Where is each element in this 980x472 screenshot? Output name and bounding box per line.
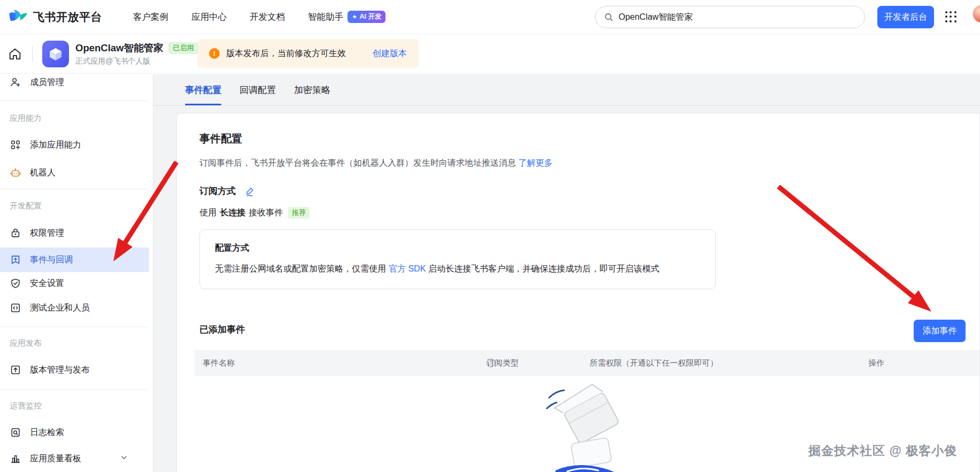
sidebar-item-label: 添加应用能力 [30,140,81,151]
logo-text: 飞书开放平台 [33,10,102,25]
sidebar-item-label: 日志检索 [30,427,64,438]
sidebar-item-label: 权限管理 [30,228,64,239]
enabled-status-badge: 已启用 [168,42,198,54]
sidebar-item-version-release[interactable]: 版本管理与发布 [0,358,149,382]
sidebar-section-app-capability: 应用能力 [10,113,42,123]
sidebar-item-permissions[interactable]: 权限管理 [0,221,149,245]
nav-link-ai-assistant[interactable]: 智能助手 [308,11,343,23]
recommend-badge: 推荐 [288,207,310,219]
app-grid-icon[interactable] [945,11,957,23]
sidebar-item-label: 应用质量看板 [30,453,81,465]
tab-bar: 事件配置 回调配置 加密策略 [153,74,980,106]
subscribe-mode-title: 订阅方式 [199,185,236,197]
app-icon [42,41,69,67]
nav-links: 客户案例 应用中心 开发文档 智能助手 ✦AI 开发 [133,11,385,23]
edit-pencil-icon[interactable] [244,186,255,197]
sidebar-divider [0,100,148,101]
events-table-header: 事件名称 订阅类型 ? 所需权限（开通以下任一权限即可） 操作 [195,350,979,376]
page-description: 订阅事件后，飞书开放平台将会在事件（如机器人入群）发生时向请求地址推送消息 了解… [199,158,979,169]
col-event-name: 事件名称 [203,358,235,368]
warning-icon: ! [209,48,220,59]
user-avatar[interactable] [973,5,980,23]
config-method-text: 无需注册公网域名或配置加密策略，仅需使用官方 SDK启动长连接飞书客户端，并确保… [215,264,700,275]
cube-icon [48,46,64,62]
sidebar-item-members[interactable]: 成员管理 [0,74,149,95]
feishu-logo-icon [9,9,28,26]
header-divider [32,46,33,62]
col-required-permissions: 所需权限（开通以下任一权限即可） [590,358,718,368]
robot-icon [10,167,21,179]
sidebar-item-label: 事件与回调 [30,254,73,266]
page-title: 事件配置 [199,131,979,146]
top-nav: 飞书开放平台 客户案例 应用中心 开发文档 智能助手 ✦AI 开发 开发者后台 [0,0,980,34]
code-icon [10,302,21,314]
empty-state-illustration [539,381,641,472]
app-meta: OpenClaw智能管家 已启用 正式应用@飞书个人版 [75,41,198,66]
sidebar-item-test-org[interactable]: 测试企业和人员 [0,296,149,320]
publish-icon [10,364,21,376]
added-events-title: 已添加事件 [199,323,979,336]
bar-chart-icon [10,453,21,465]
sparkle-icon: ✦ [352,13,357,21]
search-box[interactable] [595,6,865,28]
search-input[interactable] [619,12,856,22]
sidebar: 成员管理 应用能力 添加应用能力 机器人 开发配置 权限管理 [0,74,153,472]
feishu-logo[interactable]: 飞书开放平台 [9,9,102,26]
home-icon[interactable] [7,47,22,61]
config-method-title: 配置方式 [215,243,700,254]
sidebar-divider [0,189,148,189]
nav-link-dev-docs[interactable]: 开发文档 [250,11,285,23]
version-warning-banner: ! 版本发布后，当前修改方可生效 创建版本 [197,39,419,68]
tab-encryption-strategy[interactable]: 加密策略 [294,74,330,105]
app-header: OpenClaw智能管家 已启用 正式应用@飞书个人版 ! 版本发布后，当前修改… [0,34,980,74]
event-config-card: 事件配置 订阅事件后，飞书开放平台将会在事件（如机器人入群）发生时向请求地址推送… [176,113,980,472]
sidebar-item-label: 机器人 [30,167,56,179]
sidebar-section-ops-monitor: 运营监控 [10,401,42,411]
help-icon[interactable]: ? [487,359,495,367]
nav-link-cases[interactable]: 客户案例 [133,11,168,23]
sidebar-item-add-capability[interactable]: 添加应用能力 [0,133,149,157]
create-version-link[interactable]: 创建版本 [373,48,407,59]
sidebar-section-dev-config: 开发配置 [10,201,42,211]
sidebar-item-quality-dashboard[interactable]: 应用质量看板 [0,446,149,471]
chevron-down-icon[interactable] [120,454,128,463]
app-name: OpenClaw智能管家 [75,41,163,55]
user-add-icon [10,76,21,88]
col-actions: 操作 [868,358,884,368]
sidebar-item-label: 测试企业和人员 [30,303,90,314]
main-area: 事件配置 回调配置 加密策略 事件配置 订阅事件后，飞书开放平台将会在事件（如机… [153,74,980,472]
sidebar-item-label: 版本管理与发布 [30,365,90,376]
subscribe-mode-line: 使用 长连接 接收事件 推荐 [199,207,979,219]
sidebar-item-security[interactable]: 安全设置 [0,271,149,296]
mode-long-connection: 长连接 [220,207,245,219]
sidebar-item-bot[interactable]: 机器人 [0,160,149,185]
sidebar-divider [0,389,148,390]
watermark-text: 掘金技术社区 @ 极客小俊 [808,443,957,459]
config-method-box: 配置方式 无需注册公网域名或配置加密策略，仅需使用官方 SDK启动长连接飞书客户… [199,229,716,289]
search-icon [604,12,613,22]
sidebar-item-events-callbacks[interactable]: 事件与回调 [0,247,149,272]
tab-event-config[interactable]: 事件配置 [185,74,221,105]
official-sdk-link[interactable]: 官方 SDK [389,264,426,273]
sidebar-divider [0,327,148,327]
grid-add-icon [10,139,21,151]
sidebar-item-label: 成员管理 [30,77,64,88]
shield-check-icon [10,277,21,289]
log-search-icon [10,427,21,438]
ai-dev-badge[interactable]: ✦AI 开发 [348,11,385,23]
app-subtitle: 正式应用@飞书个人版 [75,57,198,66]
banner-text: 版本发布后，当前修改方可生效 [226,48,346,59]
tab-callback-config[interactable]: 回调配置 [240,74,276,105]
add-event-button[interactable]: 添加事件 [914,320,966,342]
sidebar-item-log-search[interactable]: 日志检索 [0,420,149,445]
event-callback-icon [10,254,21,266]
sidebar-item-label: 安全设置 [30,278,64,289]
nav-link-app-center[interactable]: 应用中心 [191,11,227,23]
sidebar-section-app-release: 应用发布 [10,338,42,349]
lock-icon [10,227,21,239]
developer-console-button[interactable]: 开发者后台 [877,6,934,28]
learn-more-link[interactable]: 了解更多 [518,158,552,167]
